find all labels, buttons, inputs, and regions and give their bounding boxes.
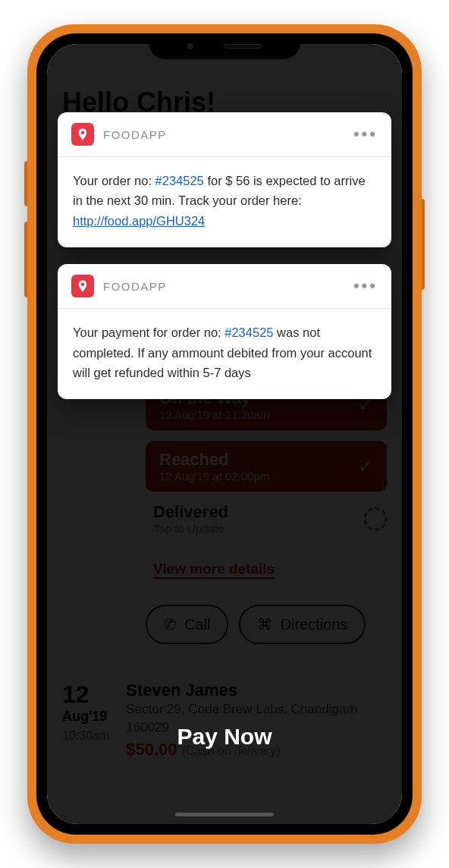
- notification-app-name: FOODAPP: [103, 128, 353, 141]
- phone-case: Hello Chris! On the Way 12 Aug'19 at 11:…: [27, 24, 422, 844]
- notification-app-name: FOODAPP: [103, 280, 353, 293]
- notification-body: Your payment for order no: #234525 was n…: [58, 309, 391, 399]
- side-button: [422, 199, 425, 290]
- notch: [149, 33, 300, 59]
- screen: Hello Chris! On the Way 12 Aug'19 at 11:…: [47, 44, 402, 824]
- order-number-link[interactable]: #234525: [224, 326, 273, 339]
- foodapp-icon: [71, 275, 94, 297]
- home-indicator[interactable]: [175, 813, 274, 816]
- order-number-link[interactable]: #234525: [155, 174, 204, 187]
- notification-card[interactable]: FOODAPP ••• Your payment for order no: #…: [58, 264, 391, 399]
- more-icon[interactable]: •••: [353, 124, 378, 144]
- notification-card[interactable]: FOODAPP ••• Your order no: #234525 for $…: [58, 112, 391, 247]
- tracking-link[interactable]: http://food.app/GHU324: [73, 214, 205, 228]
- notif-text: Your payment for order no:: [73, 326, 224, 339]
- notification-stack: FOODAPP ••• Your order no: #234525 for $…: [58, 112, 391, 399]
- more-icon[interactable]: •••: [353, 276, 378, 296]
- phone-bezel: Hello Chris! On the Way 12 Aug'19 at 11:…: [36, 33, 413, 835]
- notification-body: Your order no: #234525 for $ 56 is expec…: [58, 157, 391, 247]
- pay-now-button[interactable]: Pay Now: [177, 724, 272, 750]
- foodapp-icon: [71, 123, 94, 146]
- notif-text: Your order no:: [73, 174, 155, 187]
